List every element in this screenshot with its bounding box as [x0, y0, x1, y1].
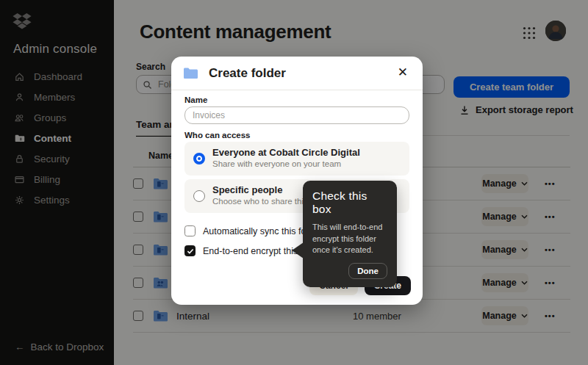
checkbox-unchecked-icon[interactable]	[184, 225, 196, 236]
access-option-subtitle: Share with everyone on your team	[212, 159, 341, 168]
tooltip-body: This will end-to-end encrypt this folder…	[312, 222, 387, 256]
name-field-label: Name	[184, 95, 207, 104]
radio-selected-icon[interactable]	[193, 153, 205, 165]
app-window: Admin console Dashboard Members Groups C…	[0, 0, 588, 365]
tooltip-arrow	[292, 242, 304, 259]
tooltip-title: Check this box	[312, 189, 387, 216]
modal-header: Create folder ✕	[171, 57, 423, 90]
access-option-title: Everyone at Cobalt Circle Digital	[212, 147, 360, 158]
close-icon[interactable]: ✕	[393, 65, 412, 79]
radio-unselected-icon[interactable]	[193, 190, 205, 202]
tooltip-footer: Done	[312, 263, 387, 279]
checkbox-checked-icon[interactable]	[184, 245, 196, 256]
access-option-everyone[interactable]: Everyone at Cobalt Circle Digital Share …	[184, 142, 409, 176]
who-can-access-label: Who can access	[184, 131, 250, 140]
check-this-box-tooltip: Check this box This will end-to-end encr…	[303, 181, 397, 287]
folder-icon	[183, 67, 198, 79]
folder-name-input[interactable]	[184, 106, 409, 124]
access-option-title: Specific people	[212, 184, 282, 195]
modal-title: Create folder	[209, 66, 286, 81]
done-button[interactable]: Done	[348, 263, 387, 279]
